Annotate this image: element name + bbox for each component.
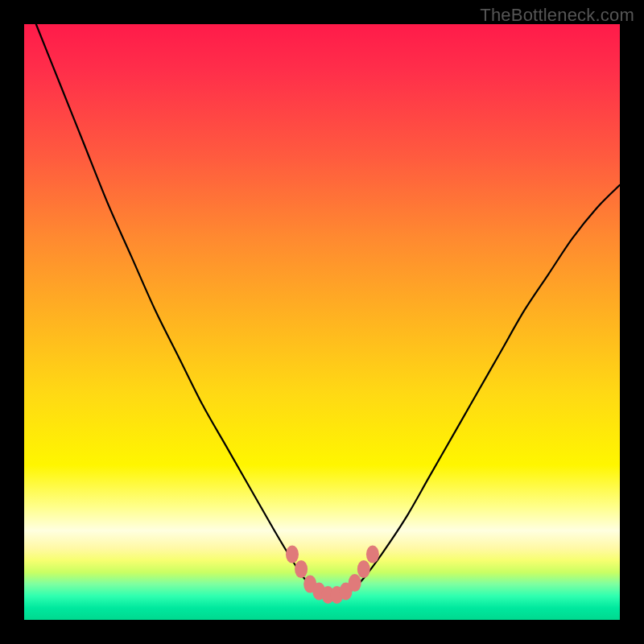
watermark-text: TheBottleneck.com: [480, 5, 634, 26]
chart-markers: [286, 546, 379, 604]
chart-marker: [286, 546, 299, 564]
chart-marker: [349, 574, 361, 592]
chart-overlay: [24, 24, 620, 620]
chart-marker: [357, 560, 370, 578]
chart-frame: TheBottleneck.com: [0, 0, 644, 644]
chart-curve: [36, 24, 620, 597]
chart-marker: [366, 546, 379, 564]
chart-marker: [295, 560, 308, 578]
